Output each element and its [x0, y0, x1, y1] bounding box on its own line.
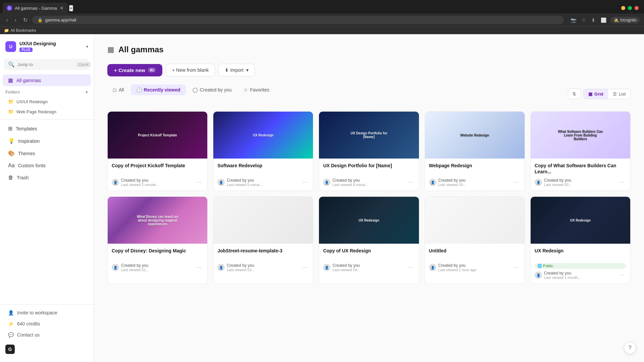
- sidebar-item-themes[interactable]: 🎨 Themes: [3, 147, 91, 159]
- card-item[interactable]: Website Redesign Webpage Redesign 👤 Crea…: [425, 111, 525, 191]
- grid-view-btn[interactable]: ▦ Grid: [584, 89, 608, 99]
- cards-grid: Project Kickoff Template Copy of Project…: [107, 111, 631, 284]
- workspace-name: UX/UI Designing: [19, 41, 83, 46]
- list-view-btn[interactable]: ☰ List: [608, 89, 630, 99]
- card-meta-info: Created by you Last viewed 1 month...: [544, 271, 616, 280]
- sidebar-item-trash[interactable]: 🗑 Trash: [3, 172, 91, 183]
- list-label: List: [619, 92, 626, 97]
- chevron-down-icon: ▾: [246, 67, 249, 73]
- sort-btn[interactable]: ⇅: [568, 88, 581, 99]
- public-badge: 🌐 Public: [535, 263, 626, 269]
- help-btn[interactable]: ?: [624, 342, 636, 354]
- address-bar[interactable]: 🔒 gamma.app/#all: [32, 16, 564, 24]
- forward-btn[interactable]: ›: [12, 16, 18, 24]
- workspace-header[interactable]: U UX/UI Designing PLUS ▾: [0, 38, 94, 55]
- url-text: gamma.app/#all: [45, 17, 76, 22]
- card-more-btn[interactable]: ···: [301, 179, 309, 186]
- tab-title: All gammas - Gamma: [15, 6, 57, 11]
- card-item[interactable]: JobStreet-resume-template-3 👤 Created by…: [213, 196, 313, 284]
- tab-close-btn[interactable]: ✕: [60, 5, 64, 11]
- download-btn[interactable]: ⬇: [590, 16, 597, 24]
- card-more-btn[interactable]: ···: [512, 179, 520, 186]
- gamma-logo-icon: G: [5, 345, 15, 354]
- folder-web-redesign[interactable]: 📁 Web Page Redesign: [3, 107, 91, 116]
- card-viewed: Last viewed 52...: [121, 268, 193, 272]
- card-title: Copy of UX Redesign: [323, 248, 415, 260]
- view-toggle: ▦ Grid ☰ List: [583, 89, 631, 99]
- filter-tab-favorites[interactable]: ☆ Favorites: [238, 84, 275, 95]
- page-header: ▦ All gammas: [107, 45, 631, 54]
- card-item[interactable]: UX Design Portfolio for [Name] UX Design…: [319, 111, 419, 191]
- filter-tab-created-by-you[interactable]: ◯ Created by you: [187, 84, 237, 95]
- sidebar-item-contact[interactable]: 💬 Contact us: [3, 329, 91, 340]
- filter-tab-recently-viewed[interactable]: 🕐 Recently viewed: [131, 84, 186, 95]
- card-more-btn[interactable]: ···: [618, 272, 626, 279]
- sidebar-item-invite[interactable]: 👤 Invite to workspace: [3, 307, 91, 318]
- card-meta: 👤 Created by you Last viewed 53... ···: [217, 263, 309, 272]
- card-item[interactable]: UX Redesign Software Redevelop 👤 Created…: [213, 111, 313, 191]
- create-new-btn[interactable]: + Create new AI: [107, 64, 162, 76]
- card-more-btn[interactable]: ···: [406, 179, 415, 186]
- sidebar-menu-label: Trash: [17, 175, 29, 180]
- card-meta: 👤 Created by you Last viewed 19... ···: [429, 178, 521, 187]
- card-meta-info: Created by you Last viewed 50...: [544, 178, 616, 187]
- sidebar-item-custom-fonts[interactable]: Aa Custom fonts: [3, 160, 91, 171]
- card-item[interactable]: UX Redesign UX Redesign 🌐 Public 👤 Creat…: [530, 196, 631, 284]
- camera-btn[interactable]: 📷: [569, 16, 578, 24]
- filter-tab-all[interactable]: ◻ All: [107, 84, 129, 95]
- sidebar-bottom-label: Contact us: [17, 332, 40, 338]
- tab-favicon: G: [7, 5, 12, 11]
- card-title: JobStreet-resume-template-3: [217, 248, 309, 260]
- card-avatar: 👤: [429, 264, 436, 271]
- reload-btn[interactable]: ↻: [21, 15, 30, 24]
- folder-ux-redesign[interactable]: 📁 UX/UI Redesign: [3, 97, 91, 106]
- card-thumbnail: [425, 197, 525, 244]
- new-from-blank-btn[interactable]: + New from blank: [166, 64, 215, 76]
- card-meta-info: Created by you Last viewed 2 minute...: [121, 178, 193, 187]
- card-creator: Created by you: [121, 178, 193, 183]
- card-item[interactable]: UX Redesign Copy of UX Redesign 👤 Create…: [319, 196, 419, 284]
- add-folder-btn[interactable]: +: [85, 89, 88, 95]
- card-item[interactable]: Project Kickoff Template Copy of Project…: [107, 111, 208, 191]
- card-more-btn[interactable]: ···: [618, 179, 626, 186]
- filter-label: Created by you: [200, 87, 232, 93]
- search-input[interactable]: [17, 62, 74, 67]
- grid-icon: ▦: [588, 92, 592, 97]
- main-content: ▦ All gammas + Create new AI + New from …: [94, 34, 644, 362]
- sidebar-item-credits[interactable]: ⚡ 640 credits: [3, 318, 91, 329]
- card-more-btn[interactable]: ···: [195, 179, 203, 186]
- tablet-btn[interactable]: ⬜: [599, 16, 608, 24]
- workspace-avatar: U: [5, 41, 16, 52]
- user-icon: ◯: [193, 87, 198, 93]
- card-meta: 👤 Created by you Last viewed 5 minut... …: [217, 178, 309, 187]
- minimize-btn[interactable]: [621, 6, 625, 10]
- card-more-btn[interactable]: ···: [512, 264, 520, 271]
- back-btn[interactable]: ‹: [4, 16, 10, 24]
- card-more-btn[interactable]: ···: [301, 264, 309, 271]
- folder-icon: 📁: [8, 109, 14, 114]
- card-avatar: 👤: [535, 179, 542, 186]
- card-more-btn[interactable]: ···: [406, 264, 415, 271]
- sidebar-item-inspiration[interactable]: 💡 Inspiration: [3, 135, 91, 147]
- card-body: Software Redevelop 👤 Created by you Last…: [213, 159, 313, 191]
- star-btn[interactable]: ☆: [580, 16, 587, 24]
- import-btn[interactable]: ⬇ Import ▾: [218, 64, 255, 76]
- card-item[interactable]: What Software Builders Can Learn From Bu…: [530, 111, 631, 191]
- folders-label: Folders: [5, 90, 20, 95]
- sidebar-item-all-gammas[interactable]: ▦ All gammas: [3, 74, 91, 86]
- card-title: Copy of What Software Builders Can Learn…: [535, 163, 626, 175]
- maximize-btn[interactable]: [628, 6, 632, 10]
- card-item[interactable]: Untitled 👤 Created by you Last viewed 1 …: [425, 196, 525, 284]
- active-tab[interactable]: G All gammas - Gamma ✕: [3, 3, 68, 13]
- search-box[interactable]: 🔍 Ctrl+K: [4, 59, 90, 70]
- sidebar-item-templates[interactable]: ⊞ Templates: [3, 123, 91, 134]
- card-item[interactable]: What Disney can teach us about designing…: [107, 196, 208, 284]
- close-btn[interactable]: [635, 6, 639, 10]
- new-tab-btn[interactable]: +: [69, 5, 73, 11]
- card-avatar: 👤: [217, 179, 225, 186]
- invite-icon: 👤: [8, 310, 14, 315]
- card-more-btn[interactable]: ···: [195, 264, 203, 271]
- workspace-badge: PLUS: [19, 48, 33, 52]
- card-thumbnail: UX Redesign: [319, 197, 419, 244]
- chevron-down-icon[interactable]: ▾: [86, 44, 88, 49]
